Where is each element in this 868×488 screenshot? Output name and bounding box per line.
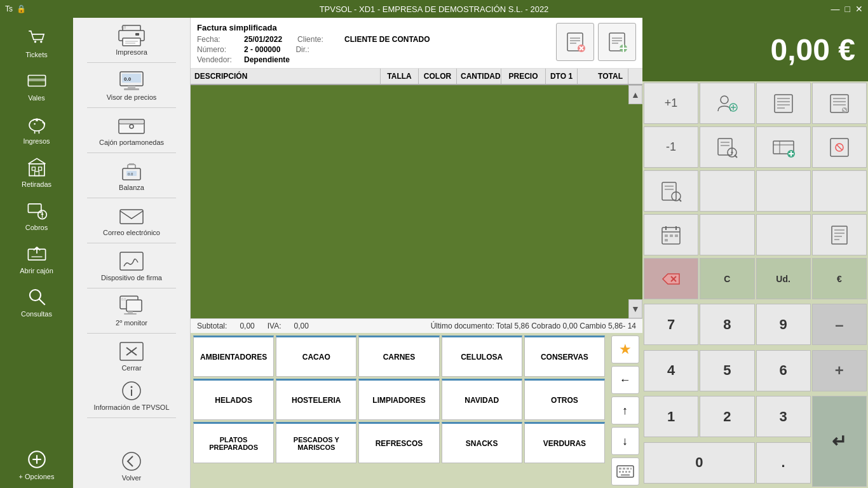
cat-celulosa[interactable]: CELULOSA [442, 336, 522, 377]
sidebar-item-abrir-cajon[interactable]: Abrir cajón [0, 236, 73, 280]
invoice-btn-2[interactable] [598, 23, 636, 61]
printer-icon: 0.0 [118, 24, 146, 47]
cat-pescados[interactable]: PESCADOS Y MARISCOS [276, 422, 356, 463]
num8-button[interactable]: 8 [700, 304, 754, 345]
device-cerrar[interactable]: Cerrar [76, 337, 187, 374]
return-button[interactable] [812, 126, 867, 168]
sidebar-item-opciones[interactable]: + Opciones [0, 442, 73, 485]
ticket-list-button[interactable] [812, 83, 867, 124]
sidebar-item-tickets[interactable]: Tickets [0, 20, 73, 64]
svg-rect-73 [627, 468, 629, 470]
cat-grid-row2: HELADOS HOSTELERIA LIMPIADORES NAVIDAD O… [193, 379, 605, 420]
num0-button[interactable]: 0 [644, 442, 755, 484]
arrow-left-button[interactable]: ← [611, 366, 639, 394]
num5-button[interactable]: 5 [700, 350, 754, 391]
empty-btn2[interactable] [756, 170, 811, 212]
clear-button[interactable]: C [700, 258, 754, 299]
svg-rect-43 [120, 252, 143, 270]
cat-verduras[interactable]: VERDURAS [524, 422, 605, 463]
client-button[interactable] [700, 83, 754, 124]
maximize-button[interactable]: □ [845, 4, 850, 14]
table-add-button[interactable] [756, 126, 811, 168]
num9-button[interactable]: 9 [756, 304, 811, 345]
svg-point-1 [40, 41, 42, 43]
num3-button[interactable]: 3 [756, 396, 811, 437]
invoice-and-table: Factura simplificada Fecha: 25/01/2022 C… [191, 18, 642, 333]
device-impresora[interactable]: 0.0 Impresora [76, 22, 187, 58]
ud-button[interactable]: Ud. [756, 258, 811, 299]
minus-button[interactable]: – [812, 304, 867, 345]
close-button[interactable]: ✕ [855, 4, 863, 14]
device-segundo-monitor[interactable]: 0.0 2º monitor [76, 292, 187, 329]
num6-button[interactable]: 6 [756, 350, 811, 391]
device-volver[interactable]: Volver [76, 447, 187, 484]
vendedor-label: Vendedor: [197, 55, 241, 64]
num2-button[interactable]: 2 [700, 396, 754, 437]
divider [87, 333, 177, 334]
divider [87, 417, 177, 418]
cat-navidad[interactable]: NAVIDAD [442, 379, 522, 420]
sidebar-item-retiradas[interactable]: Retiradas [0, 150, 73, 193]
device-correo[interactable]: Correo electrónico [76, 202, 187, 239]
svg-rect-77 [625, 471, 627, 473]
invoice-list-button[interactable] [756, 83, 811, 124]
svg-text:0.0: 0.0 [128, 172, 133, 176]
search-invoice-btn[interactable] [644, 170, 698, 212]
minimize-button[interactable]: — [831, 4, 840, 14]
invoice-btn-1[interactable] [556, 23, 594, 61]
last-doc-text: Último documento: Total 5,86 Cobrado 0,0… [431, 322, 626, 330]
ticket-print-btn[interactable] [812, 214, 867, 255]
cat-refrescos[interactable]: REFRESCOS [358, 422, 439, 463]
cat-platos-preparados[interactable]: PLATOS PREPARADOS [193, 422, 274, 463]
svg-rect-76 [622, 471, 624, 473]
device-firma[interactable]: Dispositivo de firma [76, 247, 187, 284]
dot-button[interactable]: . [756, 442, 811, 484]
arrow-down-button[interactable]: ↓ [611, 427, 639, 455]
cliente-value: CLIENTE DE CONTADO [344, 35, 430, 44]
invoice-search-button[interactable] [700, 126, 754, 168]
scroll-up-button[interactable]: ▲ [628, 85, 642, 104]
num1-button[interactable]: 1 [644, 396, 698, 437]
cat-ambientadores[interactable]: AMBIENTADORES [193, 336, 274, 377]
empty-btn[interactable] [700, 170, 754, 212]
arrow-up-button[interactable]: ↑ [611, 396, 639, 424]
plus-one-button[interactable]: +1 [644, 83, 698, 124]
sidebar-item-consultas[interactable]: Consultas [0, 280, 73, 323]
content-right: Factura simplificada Fecha: 25/01/2022 C… [191, 18, 642, 488]
device-balanza[interactable]: 0.0 Balanza [76, 157, 187, 194]
th-color: COLOR [419, 69, 457, 84]
empty-btn5[interactable] [756, 214, 811, 255]
vendedor-value: Dependiente [244, 55, 290, 64]
sidebar-item-cobros[interactable]: Cobros [0, 193, 73, 236]
left-sidebar: Tickets Vales [0, 18, 73, 488]
cat-limpiadores[interactable]: LIMPIADORES [358, 379, 439, 420]
cat-helados[interactable]: HELADOS [193, 379, 274, 420]
device-cajon[interactable]: Cajón portamonedas [76, 112, 187, 149]
calendar-btn[interactable] [644, 214, 698, 255]
scroll-down-button[interactable]: ▼ [628, 299, 642, 318]
enter-button[interactable]: ↵ [812, 396, 867, 487]
device-visor-precios[interactable]: 0.0 Visor de precios [76, 67, 187, 104]
cat-hosteleria[interactable]: HOSTELERIA [276, 379, 356, 420]
euro-button[interactable]: € [812, 258, 867, 299]
th-total: TOTAL [578, 69, 628, 84]
device-info[interactable]: Información de TPVSOL [76, 377, 187, 414]
num4-button[interactable]: 4 [644, 350, 698, 391]
num7-button[interactable]: 7 [644, 304, 698, 345]
category-area: AMBIENTADORES CACAO CARNES CELULOSA CONS… [191, 333, 607, 488]
sidebar-item-ingresos[interactable]: Ingresos [0, 107, 73, 150]
sidebar-item-vales[interactable]: Vales [0, 64, 73, 107]
backspace-button[interactable] [644, 258, 698, 299]
keyboard-button[interactable] [611, 458, 639, 485]
favorites-button[interactable]: ★ [611, 336, 639, 363]
plus-button[interactable]: + [812, 350, 867, 391]
cat-otros[interactable]: OTROS [524, 379, 605, 420]
minus-one-button[interactable]: -1 [644, 126, 698, 168]
cat-conservas[interactable]: CONSERVAS [524, 336, 605, 377]
cat-carnes[interactable]: CARNES [358, 336, 439, 377]
svg-line-115 [679, 199, 681, 201]
cat-cacao[interactable]: CACAO [276, 336, 356, 377]
empty-btn4[interactable] [700, 214, 754, 255]
cat-snacks[interactable]: SNACKS [442, 422, 522, 463]
empty-btn3[interactable] [812, 170, 867, 212]
